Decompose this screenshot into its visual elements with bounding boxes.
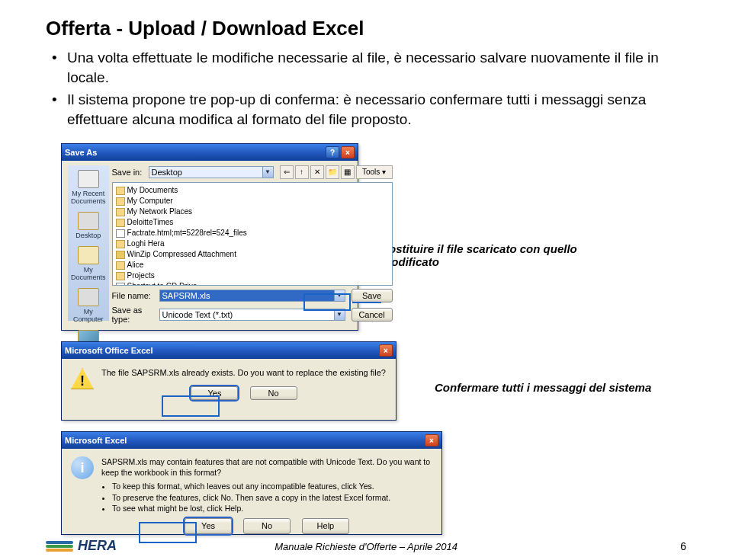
list-item[interactable]: DeloitteTimes (116, 217, 389, 228)
logo: HERA (46, 538, 117, 554)
dlg2-titlebar[interactable]: Microsoft Office Excel × (62, 342, 396, 359)
yes-button[interactable]: Yes (185, 518, 232, 534)
dlg3-titlebar[interactable]: Microsoft Excel × (62, 432, 441, 449)
filename-input[interactable]: SAPSRM.xls ▼ (159, 290, 345, 302)
page-number: 6 (680, 540, 686, 552)
chevron-down-icon[interactable]: ▼ (335, 309, 345, 321)
back-icon[interactable]: ⇐ (280, 165, 294, 179)
savein-label: Save in: (112, 168, 146, 177)
dlg3-li2: To preserve the features, click No. Then… (112, 492, 432, 503)
yes-button[interactable]: Yes (191, 386, 238, 400)
chevron-down-icon[interactable]: ▼ (263, 166, 274, 178)
tools-dropdown[interactable]: Tools ▾ (356, 165, 393, 179)
replace-file-dialog: Microsoft Office Excel × ! The file SAPS… (61, 341, 396, 421)
list-item[interactable]: My Documents (116, 185, 389, 196)
no-button[interactable]: No (243, 518, 291, 534)
chevron-down-icon[interactable]: ▼ (335, 290, 345, 302)
info-icon: i (71, 456, 94, 479)
close-icon[interactable]: × (341, 146, 355, 158)
format-warning-dialog: Microsoft Excel × i SAPSRM.xls may conta… (61, 431, 442, 535)
callout-replace-file: Sostituire il file scaricato con quello … (381, 242, 580, 268)
callout-confirm-all: Confermare tutti i messaggi del sistema (435, 381, 679, 394)
file-list[interactable]: My Documents My Computer My Network Plac… (112, 182, 393, 286)
save-button[interactable]: Save (352, 289, 393, 302)
bullet-2: Il sistema propone tre pop-up di conferm… (49, 90, 686, 129)
cancel-button[interactable]: Cancel (352, 308, 393, 322)
list-item[interactable]: WinZip Compressed Attachment (116, 249, 389, 260)
bullet-1: Una volta effettuate le modifiche necess… (49, 48, 686, 87)
list-item[interactable]: My Network Places (116, 206, 389, 217)
dlg2-title: Microsoft Office Excel (65, 346, 153, 355)
up-icon[interactable]: ↑ (295, 165, 309, 179)
place-mycomp[interactable]: My Computer (71, 288, 106, 323)
no-button[interactable]: No (250, 386, 297, 400)
save-as-dialog: Save As ? × My Recent Documents Desktop … (61, 143, 358, 331)
bullet-list: Una volta effettuate le modifiche necess… (46, 48, 686, 130)
warning-icon: ! (71, 368, 94, 389)
save-as-title: Save As (65, 148, 97, 157)
dlg3-li1: To keep this format, which leaves out an… (112, 481, 432, 491)
savein-dropdown[interactable]: Desktop ▼ (149, 166, 274, 178)
page-title: Offerta - Upload / Download Excel (46, 17, 686, 40)
close-icon[interactable]: × (379, 344, 393, 357)
list-item[interactable]: Projects (116, 270, 389, 281)
delete-icon[interactable]: ✕ (310, 165, 324, 179)
type-value: Unicode Text (*.txt) (159, 309, 335, 321)
dlg3-message: SAPSRM.xls may contain features that are… (101, 456, 432, 478)
arrow-line (352, 302, 381, 303)
places-bar: My Recent Documents Desktop My Documents… (68, 165, 109, 321)
filename-label: File name: (112, 291, 156, 300)
close-icon[interactable]: × (425, 434, 438, 446)
place-desktop[interactable]: Desktop (71, 212, 106, 239)
list-item[interactable]: My Computer (116, 196, 389, 206)
dlg3-li3: To see what might be lost, click Help. (112, 503, 432, 514)
place-mydocs[interactable]: My Documents (71, 246, 106, 281)
list-item[interactable]: Factrate.html;mt=5228rel=524_files (116, 228, 389, 238)
views-icon[interactable]: ▦ (341, 165, 355, 179)
logo-text: HERA (78, 538, 117, 554)
help-icon[interactable]: ? (326, 146, 339, 158)
help-button[interactable]: Help (302, 518, 349, 534)
dlg2-message: The file SAPSRM.xls already exists. Do y… (101, 368, 387, 377)
filename-value: SAPSRM.xls (159, 290, 335, 302)
type-dropdown[interactable]: Unicode Text (*.txt) ▼ (159, 309, 345, 321)
list-item[interactable]: Shortcut to CD Drive (116, 281, 389, 286)
dlg3-title: Microsoft Excel (65, 436, 127, 445)
save-as-titlebar[interactable]: Save As ? × (62, 144, 358, 161)
list-item[interactable]: Alice (116, 260, 389, 270)
place-recent[interactable]: My Recent Documents (71, 170, 106, 205)
savein-value: Desktop (149, 166, 263, 178)
type-label: Save as type: (112, 306, 156, 324)
newfolder-icon[interactable]: 📁 (326, 165, 339, 179)
logo-icon (46, 541, 73, 552)
list-item[interactable]: Loghi Hera (116, 238, 389, 249)
